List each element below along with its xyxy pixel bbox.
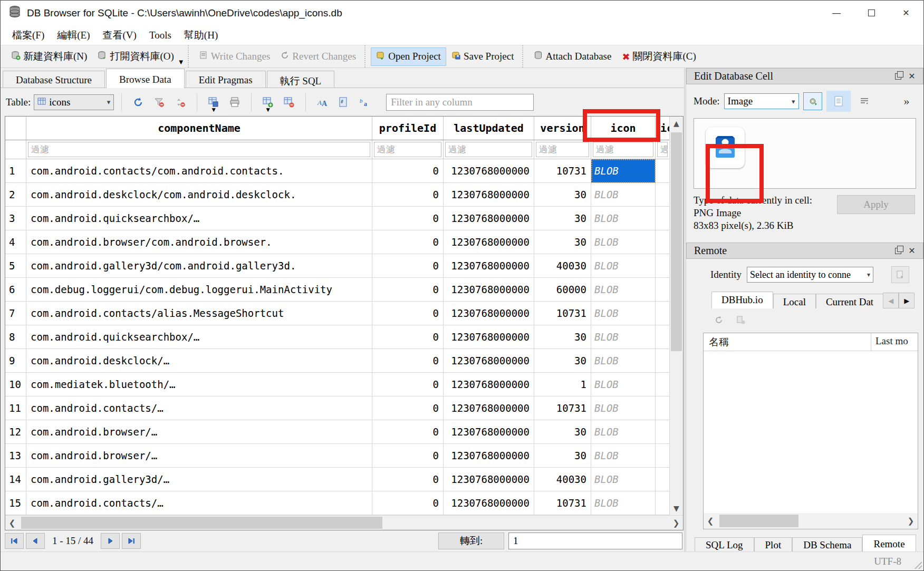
save-project-button[interactable]: Save Project [446,47,519,66]
cell-icon-blob[interactable]: BLOB [591,325,656,349]
cell-version[interactable]: 40030 [534,254,591,278]
cell-lastUpdated[interactable]: 1230768000000 [444,302,534,325]
cell-icon-blob[interactable]: BLOB [591,207,656,230]
word-wrap-button[interactable] [855,92,874,110]
cell-componentName[interactable]: com.android.contacts/… [26,491,372,515]
cell-lastUpdated[interactable]: 1230768000000 [444,278,534,302]
cell-lastUpdated[interactable]: 1230768000000 [444,230,534,254]
cell-componentName[interactable]: com.android.browser/… [26,420,372,444]
row-number[interactable]: 15 [5,491,26,515]
prev-page-button[interactable] [26,533,45,549]
filter-any-column-input[interactable]: Filter in any column [386,94,534,111]
row-number[interactable]: 4 [5,230,26,254]
remote-list-header-lastmodified[interactable]: Last mo [871,333,918,351]
remote-tabs-scroll-left-icon[interactable]: ◀ [883,293,899,308]
remote-tab-current-dat[interactable]: Current Dat [816,294,883,308]
filter-version[interactable]: 過濾 [534,140,591,159]
row-number[interactable]: 7 [5,302,26,325]
cell-icon-blob[interactable]: BLOB [591,444,656,468]
close-database-button[interactable]: ✖ 關閉資料庫(C) [617,46,701,66]
goto-button[interactable]: 轉到: [438,533,504,549]
insert-record-dropdown-arrow[interactable]: ▼ [265,106,271,114]
filter-componentName[interactable]: 過濾 [26,140,372,159]
close-panel-icon[interactable]: ✕ [905,71,919,81]
goto-record-input[interactable]: 1 [508,533,682,549]
open-database-dropdown-arrow[interactable]: ▼ [178,58,185,67]
menu-tools[interactable]: Tools [143,27,178,43]
cell-componentName[interactable]: com.android.browser/… [26,444,372,468]
remote-tab-local[interactable]: Local [773,294,816,308]
cell-icon-blob[interactable]: BLOB [591,396,656,420]
column-header-profileId[interactable]: profileId [372,117,444,140]
cell-version[interactable]: 10731 [534,396,591,420]
cell-profileId[interactable]: 0 [372,349,444,373]
cell-icon-blob[interactable]: BLOB [591,491,656,515]
cell-profileId[interactable]: 0 [372,396,444,420]
table-selector[interactable]: icons ▾ [34,94,114,110]
last-page-button[interactable] [122,533,141,549]
cell-componentName[interactable]: com.android.deskclock/… [26,349,372,373]
cell-lastUpdated[interactable]: 1230768000000 [444,491,534,515]
cell-version[interactable]: 10731 [534,302,591,325]
open-database-button[interactable]: 打開資料庫(O) [92,46,179,66]
cell-profileId[interactable]: 0 [372,230,444,254]
cell-version[interactable]: 30 [534,230,591,254]
column-header-componentName[interactable]: componentName [26,117,372,140]
tab-browse-data[interactable]: Browse Data [106,69,185,88]
float-panel-icon[interactable] [891,73,905,80]
import-export-button[interactable] [803,92,822,110]
dock-tab-remote[interactable]: Remote [862,535,916,551]
row-number[interactable]: 8 [5,325,26,349]
float-panel-icon[interactable] [891,248,905,254]
resize-grip[interactable] [915,562,922,569]
cell-lastUpdated[interactable]: 1230768000000 [444,373,534,396]
binary-view-button[interactable]: # [334,94,352,111]
remote-refresh-icon[interactable] [714,315,724,327]
cell-profileId[interactable]: 0 [372,444,444,468]
clear-sort-button[interactable] [171,94,189,111]
vertical-scrollbar-thumb[interactable] [671,132,682,351]
menu-e[interactable]: 編輯(E) [51,26,96,44]
filter-lastUpdated[interactable]: 過濾 [444,140,534,159]
cell-profileId[interactable]: 0 [372,373,444,396]
cell-version[interactable]: 1 [534,373,591,396]
cell-componentName[interactable]: com.android.quicksearchbox/… [26,207,372,230]
remote-clone-icon[interactable] [736,315,746,327]
cell-version[interactable]: 40030 [534,468,591,491]
clear-filters-button[interactable] [150,94,168,111]
cell-profileId[interactable]: 0 [372,159,444,183]
remote-scrollbar-thumb[interactable] [719,515,798,527]
next-page-button[interactable] [101,533,120,549]
row-number[interactable]: 3 [5,207,26,230]
menu-f[interactable]: 檔案(F) [6,26,51,44]
save-results-dropdown-arrow[interactable]: ▼ [210,106,217,114]
tab--sql[interactable]: 執行 SQL [267,71,335,88]
cell-lastUpdated[interactable]: 1230768000000 [444,254,534,278]
mode-select[interactable]: Image ▾ [724,93,799,109]
column-header-partial[interactable]: ic [656,117,669,140]
cell-profileId[interactable]: 0 [372,207,444,230]
cell-icon-blob[interactable]: BLOB [591,183,656,207]
cell-componentName[interactable]: com.debug.loggerui/com.debug.loggerui.Ma… [26,278,372,302]
cell-componentName[interactable]: com.mediatek.bluetooth/… [26,373,372,396]
cell-lastUpdated[interactable]: 1230768000000 [444,349,534,373]
attach-database-button[interactable]: Attach Database [528,47,617,65]
cell-version[interactable]: 10731 [534,159,591,183]
scroll-up-icon[interactable]: ▲ [670,117,683,130]
close-button[interactable]: ✕ [889,1,923,25]
cell-version[interactable]: 30 [534,207,591,230]
delete-record-button[interactable] [280,94,298,111]
remote-tab-dbhub-io[interactable]: DBHub.io [711,292,773,308]
cell-icon-blob[interactable]: BLOB [591,230,656,254]
row-number[interactable]: 12 [5,420,26,444]
cell-profileId[interactable]: 0 [372,325,444,349]
cell-profileId[interactable]: 0 [372,183,444,207]
cell-componentName[interactable]: com.android.quicksearchbox/… [26,325,372,349]
scroll-right-icon[interactable]: ❯ [669,516,683,530]
menu-v[interactable]: 查看(V) [97,26,143,44]
remote-list-header-name[interactable]: 名稱 [704,333,871,351]
filter-partial[interactable]: 過濾 [656,140,669,159]
filter-icon[interactable]: 過濾 [591,140,656,159]
open-project-button[interactable]: Open Project [371,47,446,66]
text-view-button[interactable] [826,91,851,112]
